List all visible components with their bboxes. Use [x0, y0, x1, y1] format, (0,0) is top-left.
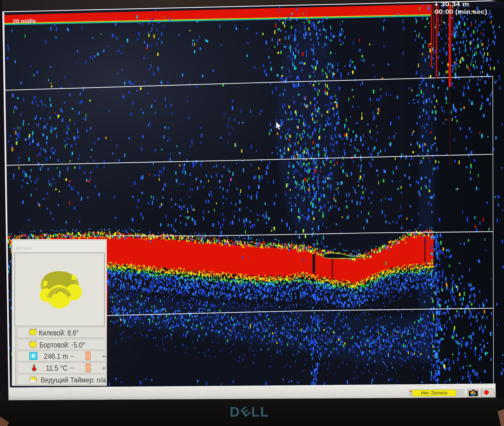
svg-text:Датчики: Датчики [16, 246, 32, 250]
svg-text:L: L [260, 404, 269, 419]
svg-text:+: + [102, 364, 106, 372]
svg-text:30.34 m: 30.34 m [441, 1, 469, 8]
svg-text:20 m/div: 20 m/div [13, 18, 36, 25]
svg-text:–: – [70, 352, 74, 360]
svg-text:Ведущий Таймер: n/a: Ведущий Таймер: n/a [41, 376, 106, 384]
svg-text:–: – [70, 363, 74, 371]
svg-text:D: D [230, 404, 240, 419]
svg-text:11.5 °C: 11.5 °C [46, 364, 67, 372]
svg-text:00:00 (min:sec): 00:00 (min:sec) [435, 8, 487, 15]
svg-text:L: L [251, 404, 260, 419]
svg-text:246.1 m: 246.1 m [44, 352, 68, 360]
svg-text:+: + [102, 352, 106, 360]
svg-text:Килевой: 8.6°: Килевой: 8.6° [39, 328, 79, 337]
svg-text:Бортовой: -5.0°: Бортовой: -5.0° [39, 340, 85, 349]
svg-text:Нет Записи: Нет Записи [421, 390, 448, 396]
